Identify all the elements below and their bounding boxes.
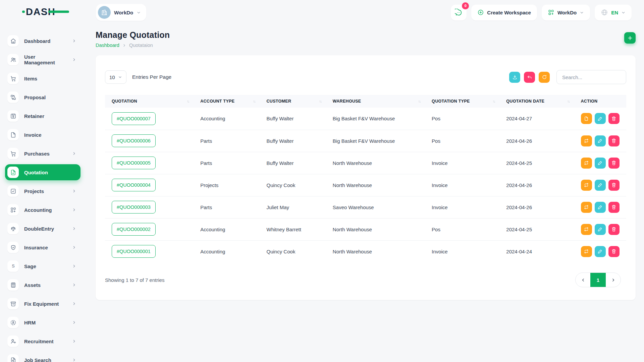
- sidebar-item-label: Accounting: [24, 207, 52, 213]
- current-page[interactable]: 1: [590, 273, 606, 287]
- language-selector[interactable]: EN: [595, 5, 632, 20]
- column-header-quotation-type[interactable]: QUOTATION TYPE↑↓: [425, 95, 499, 108]
- cell-warehouse: North Warehouse: [326, 218, 425, 240]
- trash-icon: [611, 204, 616, 210]
- chat-icon: [455, 9, 463, 16]
- column-header-warehouse[interactable]: WAREHOUSE↑↓: [326, 95, 425, 108]
- edit-action-button[interactable]: [595, 246, 606, 257]
- edit-action-button[interactable]: [595, 180, 606, 191]
- repeat-icon: [584, 138, 589, 143]
- sidebar-item-job-search[interactable]: Job Search: [5, 352, 80, 362]
- column-header-customer[interactable]: CUSTOMER↑↓: [260, 95, 326, 108]
- sidebar-item-proposal[interactable]: Proposal: [5, 89, 80, 105]
- table-row: #QUOO000006PartsBuffy WalterBig Basket F…: [105, 130, 626, 152]
- sidebar-item-sage[interactable]: SSage: [5, 258, 80, 274]
- sidebar-item-fix-equipment[interactable]: Fix Equipment: [5, 296, 80, 312]
- cell-customer: Buffy Walter: [260, 108, 326, 130]
- quotation-number-link[interactable]: #QUOO000006: [112, 134, 156, 147]
- convert-action-button[interactable]: [581, 158, 592, 169]
- chevron-right-icon: [72, 189, 76, 193]
- undo-button[interactable]: [524, 72, 535, 83]
- prev-page-button[interactable]: [576, 273, 590, 287]
- quotation-number-link[interactable]: #QUOO000003: [112, 201, 156, 214]
- sidebar-item-items[interactable]: Items: [5, 70, 80, 86]
- edit-action-button[interactable]: [595, 202, 606, 213]
- column-label: QUOTATION TYPE: [432, 99, 470, 104]
- sidebar-item-retainer[interactable]: Retainer: [5, 108, 80, 124]
- create-workspace-button[interactable]: Create Workspace: [471, 5, 537, 20]
- column-label: QUOTATION: [112, 99, 137, 104]
- delete-action-button[interactable]: [608, 135, 620, 146]
- pencil-icon: [597, 227, 603, 232]
- chevron-right-icon: [611, 278, 615, 282]
- delete-action-button[interactable]: [608, 113, 620, 124]
- cell-warehouse: North Warehouse: [326, 174, 425, 196]
- sidebar-item-doubleentry[interactable]: DoubleEntry: [5, 221, 80, 237]
- chevron-right-icon: [72, 320, 76, 324]
- add-quotation-button[interactable]: [624, 32, 636, 44]
- quotation-number-link[interactable]: #QUOO000001: [112, 245, 156, 258]
- workspace-menu-button[interactable]: WorkDo: [542, 5, 590, 20]
- quotation-number-link[interactable]: #QUOO000005: [112, 157, 156, 169]
- column-header-account-type[interactable]: ACCOUNT TYPE↑↓: [194, 95, 260, 108]
- convert-action-button[interactable]: [581, 135, 592, 146]
- dash-logo: DASH: [22, 5, 96, 19]
- convert-action-button[interactable]: [581, 224, 592, 235]
- chevron-down-icon: [580, 10, 584, 15]
- search-input[interactable]: [556, 70, 626, 84]
- cell-account-type: Accounting: [194, 218, 260, 240]
- next-page-button[interactable]: [606, 273, 621, 287]
- chevron-right-icon: [72, 302, 76, 306]
- delete-action-button[interactable]: [608, 158, 620, 169]
- sidebar-item-user-management[interactable]: User Management: [5, 52, 80, 68]
- column-header-quotation-date[interactable]: QUOTATION DATE↑↓: [499, 95, 574, 108]
- sidebar-item-insurance[interactable]: Insurance: [5, 239, 80, 255]
- edit-action-button[interactable]: [595, 224, 606, 235]
- cell-quotation-type: Invoice: [425, 240, 499, 262]
- pencil-icon: [597, 116, 603, 121]
- refresh-button[interactable]: [539, 72, 550, 83]
- globe-icon: [601, 9, 608, 16]
- column-label: QUOTATION DATE: [506, 99, 544, 104]
- edit-action-button[interactable]: [595, 135, 606, 146]
- sidebar-item-accounting[interactable]: Accounting: [5, 202, 80, 218]
- convert-action-button[interactable]: [581, 202, 592, 213]
- sidebar-item-invoice[interactable]: Invoice: [5, 127, 80, 143]
- delete-action-button[interactable]: [608, 180, 620, 191]
- chevron-right-icon: [72, 339, 76, 343]
- breadcrumb-dashboard-link[interactable]: Dashboard: [96, 43, 119, 48]
- row-actions: [581, 202, 622, 213]
- sidebar-item-label: Fix Equipment: [24, 301, 59, 307]
- quotation-number-link[interactable]: #QUOO000002: [112, 223, 156, 236]
- invoice-icon: [7, 129, 19, 140]
- edit-action-button[interactable]: [595, 113, 606, 124]
- cell-quotation-type: Pos: [425, 108, 499, 130]
- workspace-selector[interactable]: WorkDo: [96, 4, 146, 21]
- export-button[interactable]: [509, 72, 520, 83]
- sidebar-item-hrm[interactable]: HRM: [5, 314, 80, 330]
- column-label: WAREHOUSE: [333, 99, 361, 104]
- convert-action-button[interactable]: [581, 246, 592, 257]
- sidebar-item-assets[interactable]: Assets: [5, 277, 80, 293]
- row-actions: [581, 180, 622, 191]
- sidebar-item-quotation[interactable]: Quotation: [5, 164, 80, 180]
- view-file-action-button[interactable]: [581, 113, 592, 124]
- delete-action-button[interactable]: [608, 202, 620, 213]
- quotation-number-link[interactable]: #QUOO000004: [112, 179, 156, 191]
- edit-action-button[interactable]: [595, 158, 606, 169]
- column-header-quotation[interactable]: QUOTATION↑↓: [105, 95, 194, 108]
- showing-entries-text: Showing 1 to 7 of 7 entries: [105, 277, 165, 283]
- delete-action-button[interactable]: [608, 246, 620, 257]
- quotation-number-link[interactable]: #QUOO000007: [112, 112, 156, 125]
- delete-action-button[interactable]: [608, 224, 620, 235]
- cell-customer: Juliet May: [260, 196, 326, 218]
- sidebar-item-recruitment[interactable]: Recruitment: [5, 333, 80, 349]
- entries-per-page-select[interactable]: 10: [105, 70, 126, 84]
- sidebar-item-dashboard[interactable]: Dashboard: [5, 33, 80, 49]
- sidebar-item-purchases[interactable]: Purchases: [5, 145, 80, 162]
- cell-account-type: Parts: [194, 196, 260, 218]
- sidebar-item-projects[interactable]: Projects: [5, 183, 80, 199]
- messages-button[interactable]: 0: [451, 5, 467, 20]
- convert-action-button[interactable]: [581, 180, 592, 191]
- entries-per-page-value: 10: [109, 74, 115, 80]
